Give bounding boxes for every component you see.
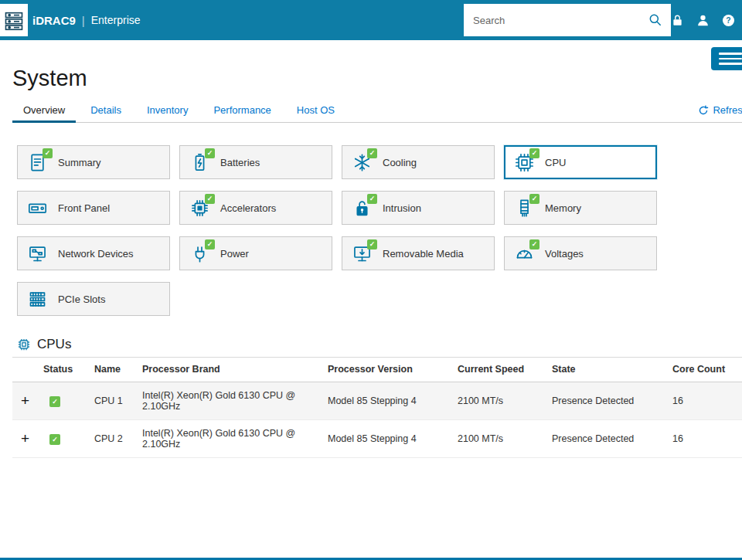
tile-batteries[interactable]: ✓Batteries <box>179 145 332 179</box>
tile-label: Accelerators <box>220 202 276 214</box>
help-icon[interactable]: ? <box>721 13 736 28</box>
tile-memory[interactable]: ✓Memory <box>504 191 657 225</box>
brand-name: iDRAC9 <box>32 14 76 27</box>
cpu-brand: Intel(R) Xeon(R) Gold 6130 CPU @ 2.10GHz <box>142 420 328 458</box>
tile-summary[interactable]: ✓Summary <box>17 145 170 179</box>
memory-icon: ✓ <box>514 198 535 219</box>
cpu-version: Model 85 Stepping 4 <box>328 382 458 420</box>
status-ok-icon: ✓ <box>529 194 539 204</box>
tile-label: CPU <box>545 157 566 168</box>
tile-label: Batteries <box>220 157 260 168</box>
cpu-icon: ✓ <box>514 152 535 173</box>
column-header-status: Status <box>43 358 94 382</box>
refresh-label: Refresh <box>713 104 742 116</box>
cpu-icon <box>17 338 31 351</box>
cpus-section-header: CPUs <box>17 337 71 352</box>
cpu-cores: 16 <box>672 382 742 420</box>
tab-bar: OverviewDetailsInventoryPerformanceHost … <box>12 102 742 123</box>
svg-text:?: ? <box>726 16 730 25</box>
pcie-slots-icon <box>27 289 48 310</box>
status-ok-icon: ✓ <box>367 194 377 204</box>
brand: iDRAC9 | Enterprise <box>32 0 141 40</box>
table-row: +✓CPU 1Intel(R) Xeon(R) Gold 6130 CPU @ … <box>12 382 742 420</box>
tile-intrusion[interactable]: ✓Intrusion <box>342 191 495 225</box>
tile-network-devices[interactable]: Network Devices <box>17 236 170 270</box>
cpus-section-title: CPUs <box>37 337 71 352</box>
status-ok-icon: ✓ <box>529 239 539 249</box>
table-row: +✓CPU 2Intel(R) Xeon(R) Gold 6130 CPU @ … <box>12 420 742 458</box>
cpu-name: CPU 2 <box>94 420 142 458</box>
user-icon[interactable] <box>696 13 710 28</box>
column-header-current-speed: Current Speed <box>458 358 552 382</box>
tile-label: Voltages <box>545 248 584 260</box>
tab-details[interactable]: Details <box>80 102 132 123</box>
page-title: System <box>12 66 87 91</box>
status-ok-icon: ✓ <box>205 194 215 204</box>
cpu-cores: 16 <box>672 420 742 458</box>
idrac-logo <box>0 4 28 36</box>
status-ok-icon: ✓ <box>367 148 377 158</box>
status-ok-icon: ✓ <box>49 434 60 445</box>
tile-label: Memory <box>545 202 581 214</box>
cpu-speed: 2100 MT/s <box>458 382 552 420</box>
column-header-processor-version: Processor Version <box>328 358 458 382</box>
tile-cooling[interactable]: ✓Cooling <box>342 145 495 179</box>
tile-label: Removable Media <box>383 248 464 260</box>
tile-removable-media[interactable]: ✓Removable Media <box>342 236 495 270</box>
tab-inventory[interactable]: Inventory <box>136 102 199 123</box>
status-ok-icon: ✓ <box>205 239 215 249</box>
tile-label: Network Devices <box>58 248 134 260</box>
search-input[interactable] <box>464 15 648 26</box>
summary-icon: ✓ <box>27 152 48 173</box>
tab-performance[interactable]: Performance <box>203 102 281 123</box>
status-ok-icon: ✓ <box>43 148 53 158</box>
column-header-processor-brand: Processor Brand <box>142 358 328 382</box>
table-header-row: StatusNameProcessor BrandProcessor Versi… <box>12 358 742 382</box>
tile-voltages[interactable]: ✓Voltages <box>504 236 657 270</box>
cpu-state: Presence Detected <box>552 382 672 420</box>
network-devices-icon <box>27 243 48 264</box>
column-header-core-count: Core Count <box>672 358 742 382</box>
tile-label: Front Panel <box>58 202 110 214</box>
battery-icon: ✓ <box>189 152 210 173</box>
cpu-table: StatusNameProcessor BrandProcessor Versi… <box>12 357 742 458</box>
tile-front-panel[interactable]: Front Panel <box>17 191 170 225</box>
tab-overview[interactable]: Overview <box>12 102 76 123</box>
expand-row-button[interactable]: + <box>12 430 29 447</box>
tile-cpu[interactable]: ✓CPU <box>504 145 657 179</box>
removable-media-icon: ✓ <box>352 243 373 264</box>
tile-power[interactable]: ✓Power <box>179 236 332 270</box>
expand-row-button[interactable]: + <box>12 392 29 409</box>
refresh-button[interactable]: Refresh <box>698 104 742 116</box>
system-tiles-grid: ✓Summary✓Batteries✓Cooling✓CPUFront Pane… <box>17 145 657 316</box>
status-ok-icon: ✓ <box>529 148 539 158</box>
intrusion-icon: ✓ <box>352 198 373 219</box>
column-header-expand <box>12 358 43 382</box>
search-box <box>464 4 671 36</box>
front-panel-icon <box>27 198 48 219</box>
brand-separator: | <box>82 14 85 27</box>
power-icon: ✓ <box>189 243 210 264</box>
lock-icon[interactable] <box>670 13 685 28</box>
cpu-state: Presence Detected <box>552 420 672 458</box>
search-icon[interactable] <box>648 12 663 28</box>
column-header-name: Name <box>94 358 142 382</box>
refresh-icon <box>698 105 709 116</box>
tile-pcie-slots[interactable]: PCIe Slots <box>17 282 170 316</box>
cpu-brand: Intel(R) Xeon(R) Gold 6130 CPU @ 2.10GHz <box>142 382 328 420</box>
accelerators-icon: ✓ <box>189 198 210 219</box>
tile-label: Intrusion <box>383 202 421 214</box>
brand-edition: Enterprise <box>91 14 141 26</box>
cpu-name: CPU 1 <box>94 382 142 420</box>
tile-label: PCIe Slots <box>58 294 105 305</box>
cpu-speed: 2100 MT/s <box>458 420 552 458</box>
menu-button[interactable] <box>711 47 742 70</box>
tab-host-os[interactable]: Host OS <box>286 102 345 123</box>
tile-label: Summary <box>58 157 101 168</box>
tile-accelerators[interactable]: ✓Accelerators <box>179 191 332 225</box>
tile-label: Power <box>220 248 249 260</box>
cpu-version: Model 85 Stepping 4 <box>328 420 458 458</box>
column-header-state: State <box>552 358 672 382</box>
top-bar-icons: ? <box>670 0 736 40</box>
cooling-icon: ✓ <box>352 152 373 173</box>
